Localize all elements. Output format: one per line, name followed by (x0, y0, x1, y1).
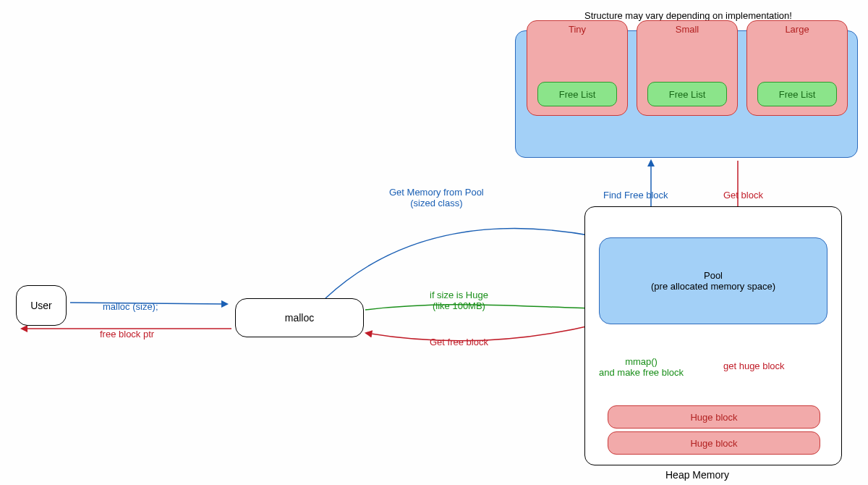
user-box: User (16, 285, 67, 326)
size-class-small: Small Free List (637, 20, 738, 116)
huge-block-1: Huge block (608, 405, 820, 429)
size-class-large-label: Large (747, 24, 847, 35)
pool-inner-box: Pool (pre allocated memory space) (599, 237, 827, 324)
huge-block-2: Huge block (608, 431, 820, 455)
pool-structure-note: Structure may vary depending on implemen… (584, 10, 792, 21)
edge-find-free-block: Find Free block (603, 190, 668, 201)
edge-mmap: mmap() and make free block (599, 356, 684, 378)
pool-inner-title: Pool (704, 270, 723, 281)
edge-get-memory-pool: Get Memory from Pool (sized class) (389, 187, 484, 208)
size-class-tiny-label: Tiny (527, 24, 627, 35)
free-list-large: Free List (757, 82, 837, 106)
size-class-large: Large Free List (746, 20, 848, 116)
edge-if-huge: if size is Huge (like 100MB) (430, 290, 488, 311)
size-class-small-label: Small (637, 24, 737, 35)
edge-get-block: Get block (723, 190, 763, 201)
edge-return-ptr: free block ptr (100, 329, 154, 340)
edge-get-huge-block: get huge block (723, 360, 785, 371)
size-class-tiny: Tiny Free List (527, 20, 628, 116)
free-list-small: Free List (647, 82, 727, 106)
edge-get-free-block: Get free block (430, 337, 488, 347)
free-list-tiny: Free List (537, 82, 617, 106)
pool-inner-subtitle: (pre allocated memory space) (651, 281, 775, 292)
heap-memory-label: Heap Memory (665, 469, 729, 481)
edge-malloc-call: malloc (size); (103, 301, 158, 312)
malloc-box: malloc (235, 298, 364, 337)
